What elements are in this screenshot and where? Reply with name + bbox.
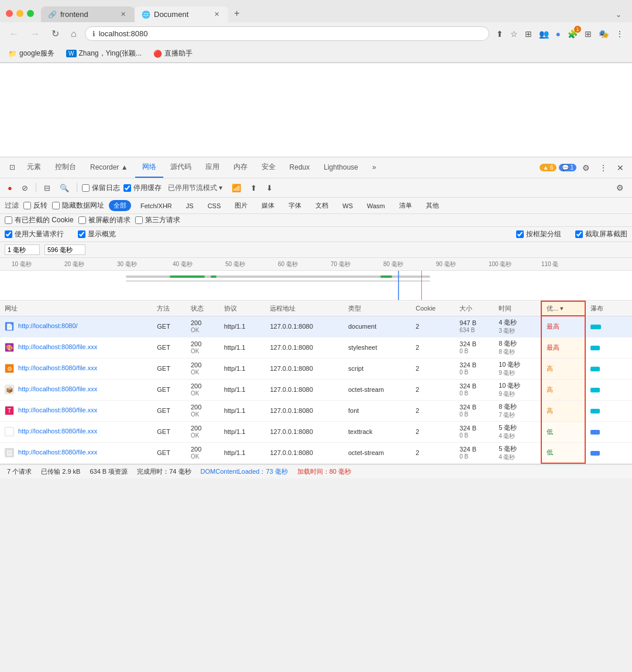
users-icon[interactable]: 👥 bbox=[537, 27, 551, 41]
upload-button[interactable]: ⬆ bbox=[248, 182, 260, 194]
tab-lighthouse[interactable]: Lighthouse bbox=[317, 158, 365, 177]
group-by-frame-checkbox[interactable]: 按框架分组 bbox=[516, 229, 561, 239]
table-row[interactable]: ⚙ http://localhost:8080/file.xxx GET 200… bbox=[0, 358, 632, 379]
tab-memory[interactable]: 内存 bbox=[226, 157, 255, 178]
third-party-input[interactable] bbox=[135, 216, 143, 224]
bookmark-zhang[interactable]: W Zhang，Ying(张颖... bbox=[64, 47, 144, 60]
filter-js[interactable]: JS bbox=[181, 201, 198, 211]
group-by-frame-input[interactable] bbox=[516, 230, 524, 238]
throttle-select[interactable]: 已停用节流模式 ▾ bbox=[165, 181, 225, 195]
capture-screenshots-input[interactable] bbox=[575, 230, 583, 238]
search-button[interactable]: 🔍 bbox=[57, 182, 72, 194]
blocked-request-checkbox[interactable]: 被屏蔽的请求 bbox=[78, 215, 130, 225]
alert-badge[interactable]: ▲ 6 bbox=[540, 164, 556, 171]
cell-url[interactable]: 📦 http://localhost:8080/file.xxx bbox=[0, 379, 152, 400]
tab-sources[interactable]: 源代码 bbox=[163, 157, 198, 178]
disable-cache-checkbox[interactable]: 停用缓存 bbox=[123, 183, 162, 193]
back-button[interactable]: ← bbox=[6, 26, 22, 42]
show-overview-checkbox[interactable]: 显示概览 bbox=[78, 229, 116, 239]
show-overview-input[interactable] bbox=[78, 230, 85, 238]
invert-checkbox[interactable]: 反转 bbox=[23, 201, 47, 211]
cell-url[interactable]: T http://localhost:8080/file.xxx bbox=[0, 400, 152, 421]
tab-close-document[interactable]: ✕ bbox=[212, 10, 221, 19]
col-header-protocol[interactable]: 协议 bbox=[219, 301, 266, 316]
tab-recorder[interactable]: Recorder ▲ bbox=[83, 158, 135, 177]
home-button[interactable]: ⌂ bbox=[67, 26, 80, 42]
table-row[interactable]: 📦 http://localhost:8080/file.xxx GET 200… bbox=[0, 379, 632, 400]
table-row[interactable]: □ http://localhost:8080/file.xxx GET 200… bbox=[0, 421, 632, 442]
capture-screenshots-checkbox[interactable]: 截取屏幕截图 bbox=[575, 229, 627, 239]
table-row[interactable]: 🎨 http://localhost:8080/file.xxx GET 200… bbox=[0, 337, 632, 358]
col-header-priority[interactable]: 优... ▾ bbox=[541, 301, 585, 316]
cell-url[interactable]: 🖼 http://localhost:8080/file.xxx bbox=[0, 442, 152, 463]
tab-network[interactable]: 网络 bbox=[135, 157, 163, 178]
tab-document[interactable]: 🌐 Document ✕ bbox=[135, 6, 228, 22]
col-header-cookie[interactable]: Cookie bbox=[411, 301, 455, 316]
blocked-cookie-input[interactable] bbox=[5, 216, 12, 224]
network-settings-icon[interactable]: ⚙ bbox=[613, 181, 627, 195]
devtools-close-icon[interactable]: ✕ bbox=[613, 161, 627, 175]
disable-cache-input[interactable] bbox=[123, 184, 131, 192]
filter-img[interactable]: 图片 bbox=[230, 200, 252, 211]
record-button[interactable]: ● bbox=[5, 182, 15, 194]
large-rows-checkbox[interactable]: 使用大量请求行 bbox=[5, 229, 64, 239]
filter-ws[interactable]: WS bbox=[338, 201, 358, 211]
tab-console[interactable]: 控制台 bbox=[48, 157, 83, 178]
blocked-request-input[interactable] bbox=[78, 216, 86, 224]
share-icon[interactable]: ⬆ bbox=[494, 27, 506, 41]
address-bar[interactable]: ℹ localhost:8080 bbox=[85, 26, 489, 41]
tab-close-frontend[interactable]: ✕ bbox=[119, 10, 128, 19]
cell-url[interactable]: □ http://localhost:8080/file.xxx bbox=[0, 421, 152, 442]
reload-button[interactable]: ↻ bbox=[48, 26, 63, 42]
tab-elements[interactable]: 元素 bbox=[20, 157, 48, 178]
network-table-wrapper[interactable]: 网址 方法 状态 协议 远程地址 类型 Cookie 大小 时间 优... ▾ … bbox=[0, 301, 632, 464]
tab-security[interactable]: 安全 bbox=[255, 157, 283, 178]
close-button[interactable] bbox=[6, 10, 13, 17]
table-row[interactable]: 📄 http://localhost:8080/ GET 200OK http/… bbox=[0, 316, 632, 337]
preserve-log-input[interactable] bbox=[82, 184, 90, 192]
tab-redux[interactable]: Redux bbox=[283, 158, 317, 177]
puzzle-icon[interactable]: ⊞ bbox=[582, 27, 594, 41]
stop-button[interactable]: ⊘ bbox=[19, 182, 31, 194]
filter-css[interactable]: CSS bbox=[203, 201, 226, 211]
col-header-size[interactable]: 大小 bbox=[455, 301, 494, 316]
filter-doc[interactable]: 文档 bbox=[311, 200, 333, 211]
minimize-button[interactable] bbox=[16, 10, 23, 17]
col-header-status[interactable]: 状态 bbox=[186, 301, 219, 316]
range-end-input[interactable] bbox=[44, 244, 85, 255]
table-row[interactable]: T http://localhost:8080/file.xxx GET 200… bbox=[0, 400, 632, 421]
profile-icon[interactable]: 🎭 bbox=[596, 27, 611, 41]
extensions-icon[interactable]: 🧩1 bbox=[565, 27, 580, 41]
wifi-icon[interactable]: 📶 bbox=[229, 182, 244, 194]
col-header-type[interactable]: 类型 bbox=[344, 301, 411, 316]
col-header-url[interactable]: 网址 bbox=[0, 301, 152, 316]
filter-all[interactable]: 全部 bbox=[109, 200, 131, 211]
cell-url[interactable]: ⚙ http://localhost:8080/file.xxx bbox=[0, 358, 152, 379]
tab-menu-button[interactable]: ⌄ bbox=[611, 7, 626, 22]
more-menu-icon[interactable]: ⋮ bbox=[613, 27, 626, 41]
filter-wasm[interactable]: Wasm bbox=[362, 201, 390, 211]
download-button[interactable]: ⬇ bbox=[263, 182, 276, 194]
filter-fetch-xhr[interactable]: Fetch/XHR bbox=[136, 201, 177, 211]
filter-manifest[interactable]: 清单 bbox=[394, 200, 417, 211]
blocked-cookie-checkbox[interactable]: 有已拦截的 Cookie bbox=[5, 215, 74, 225]
filter-font[interactable]: 字体 bbox=[284, 200, 306, 211]
invert-input[interactable] bbox=[23, 202, 31, 209]
large-rows-input[interactable] bbox=[5, 230, 12, 238]
col-header-time[interactable]: 时间 bbox=[494, 301, 541, 316]
range-start-input[interactable] bbox=[5, 244, 40, 255]
bookmark-live[interactable]: 🔴 直播助手 bbox=[151, 47, 195, 60]
chrome-icon[interactable]: ● bbox=[554, 27, 563, 41]
filter-button[interactable]: ⊟ bbox=[41, 182, 53, 194]
cell-url[interactable]: 🎨 http://localhost:8080/file.xxx bbox=[0, 337, 152, 358]
col-header-method[interactable]: 方法 bbox=[152, 301, 186, 316]
table-row[interactable]: 🖼 http://localhost:8080/file.xxx GET 200… bbox=[0, 442, 632, 463]
col-header-remote[interactable]: 远程地址 bbox=[265, 301, 344, 316]
qr-icon[interactable]: ⊞ bbox=[523, 27, 534, 41]
devtools-more-icon[interactable]: ⋮ bbox=[596, 161, 611, 175]
maximize-button[interactable] bbox=[27, 10, 34, 17]
bookmark-google[interactable]: 📁 google服务 bbox=[6, 47, 57, 60]
cell-url[interactable]: 📄 http://localhost:8080/ bbox=[0, 316, 152, 337]
preserve-log-checkbox[interactable]: 保留日志 bbox=[82, 183, 120, 193]
new-tab-button[interactable]: + bbox=[228, 5, 245, 22]
